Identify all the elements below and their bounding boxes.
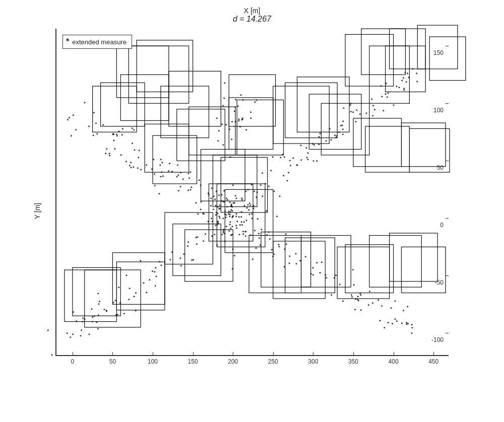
svg-text:*: * [396,85,398,90]
x-tick-label: 150 [188,358,198,365]
svg-text:*: * [290,164,292,169]
svg-text:*: * [390,306,392,311]
svg-text:*: * [91,307,93,312]
svg-text:*: * [92,315,94,320]
svg-text:*: * [210,204,212,209]
svg-text:*: * [234,194,236,199]
svg-text:*: * [238,215,240,220]
svg-text:*: * [146,291,148,296]
svg-text:*: * [113,138,115,144]
svg-text:*: * [179,256,181,261]
svg-text:*: * [352,268,354,273]
svg-text:*: * [231,225,233,230]
svg-text:*: * [305,146,307,151]
y-tick-label: 50 [437,164,444,171]
svg-text:*: * [339,283,341,288]
svg-text:*: * [416,80,418,85]
svg-rect-48 [153,135,197,184]
svg-text:*: * [140,259,142,264]
svg-text:*: * [191,258,193,263]
svg-text:*: * [200,207,202,213]
svg-text:*: * [139,149,141,154]
svg-text:*: * [403,88,405,93]
svg-text:*: * [280,156,282,161]
svg-text:*: * [235,215,237,220]
svg-text:*: * [93,111,95,116]
svg-text:*: * [102,123,104,128]
svg-text:*: * [155,274,157,279]
svg-text:*: * [349,103,351,108]
svg-text:*: * [76,319,78,324]
y-tick-label: -50 [435,279,444,286]
x-tick-label: 400 [389,358,399,365]
legend-symbol: * [66,37,69,46]
svg-text:*: * [343,106,345,111]
svg-text:*: * [214,197,216,202]
svg-text:*: * [135,291,137,296]
svg-text:*: * [319,131,321,136]
svg-text:*: * [266,233,268,238]
svg-text:*: * [261,228,263,233]
svg-text:*: * [283,174,285,179]
svg-text:*: * [223,200,225,205]
svg-text:*: * [221,233,223,238]
svg-text:*: * [197,212,199,217]
svg-text:*: * [312,159,314,164]
svg-text:*: * [304,255,306,260]
x-tick [433,352,434,355]
svg-rect-3 [390,29,426,69]
y-tick-label: 100 [433,107,444,114]
svg-text:*: * [403,309,405,314]
svg-text:*: * [210,196,212,201]
svg-text:*: * [385,92,387,97]
svg-text:*: * [216,116,218,121]
svg-rect-43 [285,238,335,293]
svg-rect-53 [417,25,458,69]
svg-text:*: * [207,220,209,225]
svg-text:*: * [221,193,223,198]
svg-text:*: * [316,261,318,266]
svg-text:*: * [225,225,227,230]
svg-text:*: * [269,237,271,242]
svg-text:*: * [374,108,376,113]
svg-text:*: * [289,254,291,259]
svg-text:*: * [355,120,357,125]
svg-text:*: * [411,331,413,336]
svg-text:*: * [220,199,222,204]
svg-text:*: * [262,194,264,199]
svg-text:*: * [211,234,213,239]
svg-text:*: * [231,137,233,143]
svg-text:*: * [92,320,94,325]
x-tick [73,352,73,355]
svg-text:*: * [292,156,294,161]
svg-text:*: * [371,97,373,102]
svg-text:*: * [321,260,323,265]
svg-text:*: * [155,266,157,271]
svg-rect-54 [429,37,466,81]
y-tick-label: -100 [431,336,444,343]
y-tick [446,46,449,46]
svg-text:*: * [360,293,362,298]
legend-label: extended measure [72,38,127,46]
svg-text:*: * [154,172,156,177]
svg-text:*: * [295,262,297,267]
svg-text:*: * [67,118,69,123]
svg-text:*: * [313,143,315,148]
svg-text:*: * [98,313,100,318]
svg-text:*: * [135,309,137,314]
svg-text:*: * [377,298,380,303]
svg-text:*: * [112,301,114,306]
svg-rect-36 [353,118,402,167]
svg-text:*: * [232,247,234,252]
svg-rect-12 [73,267,121,316]
svg-text:*: * [180,264,182,269]
svg-text:*: * [226,196,228,201]
svg-text:*: * [403,76,405,81]
svg-text:*: * [119,301,121,306]
svg-text:*: * [168,169,170,174]
svg-text:*: * [279,194,281,199]
svg-text:*: * [312,273,314,278]
svg-text:*: * [387,321,389,326]
svg-text:*: * [97,292,99,297]
svg-text:*: * [198,178,200,183]
